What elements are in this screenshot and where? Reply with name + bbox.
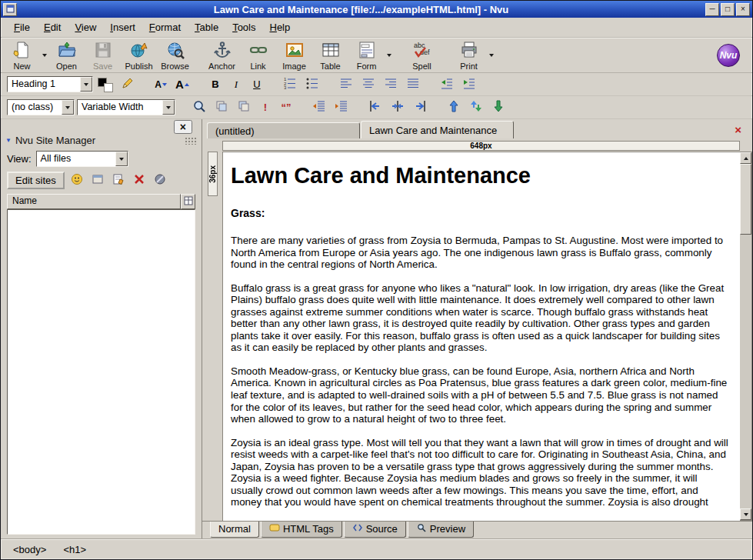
tab-html-tags[interactable]: HTML Tags [261, 522, 342, 538]
new-button[interactable]: New [4, 38, 40, 72]
tab-untitled[interactable]: (untitled) [207, 122, 360, 138]
lower-button[interactable] [488, 98, 508, 117]
remove-button[interactable] [132, 172, 148, 188]
bold-button[interactable]: B [206, 75, 225, 94]
print-dropdown-arrow[interactable] [487, 38, 495, 72]
form-dropdown-arrow[interactable] [385, 38, 393, 72]
css-class-arrow[interactable] [62, 100, 74, 115]
image-button[interactable]: Image [276, 38, 312, 72]
view-filter-select[interactable]: All files [36, 151, 128, 167]
indent-button[interactable] [459, 75, 479, 94]
scrollbar-track[interactable] [740, 164, 751, 508]
quote-button[interactable]: “” [277, 98, 295, 117]
menu-view[interactable]: View [68, 18, 103, 36]
align-justify-button[interactable] [403, 75, 423, 94]
increase-font-size-button[interactable]: A [172, 75, 192, 94]
spell-button[interactable]: abcdef Spell [404, 38, 440, 72]
vertical-scrollbar[interactable] [740, 152, 752, 521]
align-left-button[interactable] [336, 75, 356, 94]
align-right-button[interactable] [381, 75, 401, 94]
zoom-button[interactable] [189, 98, 209, 117]
close-tab-button[interactable]: × [728, 124, 748, 135]
tab-normal[interactable]: Normal [210, 522, 259, 538]
name-column-header[interactable]: Name [7, 194, 181, 209]
paragraph-format-select[interactable]: Heading 1 [7, 76, 93, 92]
menu-file[interactable]: File [7, 18, 37, 36]
menu-help[interactable]: Help [262, 18, 297, 36]
layer-forward-button[interactable] [234, 98, 254, 117]
paragraph[interactable]: Smooth Meadow-grass, or Kentucky blue gr… [231, 365, 729, 425]
open-button[interactable]: Open [48, 38, 85, 72]
layer-backward-button[interactable] [212, 98, 232, 117]
form-button[interactable]: Form [348, 38, 385, 72]
view-filter-arrow[interactable] [115, 152, 128, 166]
print-button[interactable]: Print [451, 38, 487, 72]
edit-sites-button[interactable]: Edit sites [7, 172, 65, 189]
browse-button[interactable]: Browse [157, 38, 193, 72]
snap-right-button[interactable] [410, 98, 430, 117]
save-button[interactable]: Save [85, 38, 121, 72]
text-color-picker[interactable] [95, 76, 115, 93]
publish-site-button[interactable] [90, 172, 106, 188]
sidebar-close-button[interactable]: × [174, 120, 192, 134]
emphasis-button[interactable]: ! [256, 98, 275, 117]
menu-tools[interactable]: Tools [225, 18, 262, 36]
menu-format[interactable]: Format [142, 18, 188, 36]
scroll-up-icon [744, 157, 748, 160]
paragraph[interactable]: Zoysia is an ideal grass type. Most will… [231, 437, 729, 508]
menu-edit[interactable]: Edit [37, 18, 68, 36]
tab-source[interactable]: Source [344, 522, 406, 538]
css-class-select[interactable]: (no class) [7, 99, 75, 115]
menu-insert[interactable]: Insert [103, 18, 142, 36]
site-manager-header[interactable]: ▼ Nvu Site Manager [1, 132, 202, 148]
minimize-button[interactable]: ─ [705, 3, 719, 16]
paragraph[interactable]: Buffalo grass is a great grass for anyon… [231, 282, 729, 354]
scroll-down-button[interactable] [740, 508, 751, 520]
scroll-up-button[interactable] [740, 152, 751, 164]
window-menu-button[interactable] [3, 3, 17, 16]
maximize-button[interactable]: □ [721, 3, 735, 16]
column-chooser-button[interactable] [181, 194, 195, 209]
document-heading[interactable]: Lawn Care and Maintenance [231, 163, 729, 188]
document-subheading[interactable]: Grass: [231, 207, 729, 219]
site-file-list[interactable] [7, 209, 195, 535]
font-arrow[interactable] [162, 100, 175, 115]
italic-button[interactable]: I [227, 75, 245, 94]
raise-button[interactable] [444, 98, 464, 117]
align-center-button[interactable] [358, 75, 378, 94]
margin-decrease-button[interactable] [309, 98, 329, 117]
horizontal-ruler[interactable]: 648px [222, 141, 740, 151]
table-button[interactable]: Table [312, 38, 348, 72]
snap-left-button[interactable] [365, 98, 385, 117]
background-color-swatch[interactable] [104, 83, 113, 92]
rename-button[interactable] [111, 172, 127, 188]
close-button[interactable]: × [736, 3, 750, 16]
tab-lawn-care[interactable]: Lawn Care and Maintenance [361, 121, 514, 138]
grip-handle-icon[interactable] [185, 137, 197, 145]
numbered-list-button[interactable]: 123 [280, 75, 300, 94]
reorder-button[interactable] [466, 98, 486, 117]
paragraph-format-arrow[interactable] [80, 77, 92, 92]
margin-increase-button[interactable] [332, 98, 352, 117]
outdent-button[interactable] [437, 75, 457, 94]
status-tag-body[interactable]: <body> [13, 544, 46, 555]
stop-button[interactable] [152, 172, 168, 188]
highlight-color-button[interactable] [118, 75, 138, 94]
publish-button[interactable]: Publish [121, 38, 157, 72]
font-select[interactable]: Variable Width [77, 99, 175, 115]
bullet-list-button[interactable] [302, 75, 322, 94]
refresh-button[interactable] [69, 172, 85, 188]
document-canvas[interactable]: Lawn Care and Maintenance Grass: There a… [222, 152, 740, 521]
paragraph[interactable]: There are many varieties of grass from Z… [231, 235, 729, 271]
scrollbar-thumb[interactable] [740, 164, 751, 235]
link-button[interactable]: Link [240, 38, 276, 72]
decrease-font-size-button[interactable]: A [152, 75, 170, 94]
anchor-button[interactable]: Anchor [204, 38, 240, 72]
underline-button[interactable]: U [248, 75, 266, 94]
vertical-ruler[interactable]: 36px [208, 152, 218, 196]
status-tag-h1[interactable]: <h1> [63, 544, 86, 555]
tab-preview[interactable]: Preview [408, 522, 474, 538]
new-dropdown-arrow[interactable] [40, 38, 48, 72]
snap-center-button[interactable] [388, 98, 408, 117]
menu-table[interactable]: Table [188, 18, 225, 36]
